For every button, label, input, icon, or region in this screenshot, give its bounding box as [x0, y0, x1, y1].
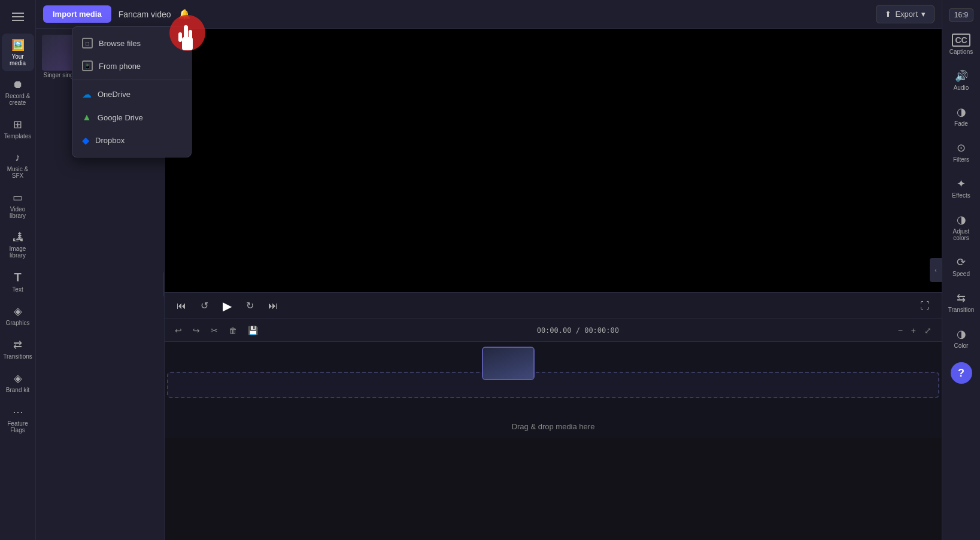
- right-item-audio[interactable]: 🔊 Audio: [944, 63, 979, 97]
- cut-button[interactable]: ✂: [208, 324, 221, 337]
- timeline-time: 00:00.00 / 00:00:00: [537, 326, 619, 335]
- undo-button[interactable]: ↩: [172, 324, 185, 337]
- right-item-transition[interactable]: ⇆ Transition: [944, 286, 979, 319]
- browse-files-label: Browse files: [99, 39, 141, 48]
- from-phone-icon: 📱: [82, 60, 93, 71]
- right-item-speed[interactable]: ⟳ Speed: [944, 250, 979, 283]
- project-title: Fancam video: [119, 10, 171, 19]
- feature-flags-icon: ⋯: [13, 405, 23, 418]
- sidebar-item-image-library[interactable]: 🏞 Image library: [2, 226, 34, 263]
- from-phone-item[interactable]: 📱 From phone: [72, 54, 191, 77]
- redo-button[interactable]: ↪: [190, 324, 203, 337]
- track-placeholder: [167, 372, 939, 398]
- google-drive-item[interactable]: ▲ Google Drive: [72, 106, 191, 129]
- right-item-label: Adjustcolors: [953, 228, 970, 241]
- onedrive-item[interactable]: ☁ OneDrive: [72, 83, 191, 106]
- skip-forward-button[interactable]: ⏭: [266, 298, 280, 314]
- fit-button[interactable]: ⤢: [921, 324, 935, 337]
- sidebar-item-templates[interactable]: ⊞ Templates: [2, 113, 34, 144]
- timeline-toolbar: ↩ ↪ ✂ 🗑 💾 00:00.00 / 00:00:00 − + ⤢: [165, 319, 942, 342]
- right-sidebar: 16:9 CC Captions 🔊 Audio ◑ Fade ⊙ Filter…: [942, 0, 980, 540]
- forward-button[interactable]: ↻: [244, 298, 256, 314]
- timeline-content[interactable]: Drag & drop media here: [165, 342, 942, 438]
- right-item-label: Color: [954, 342, 969, 349]
- captions-icon: CC: [952, 34, 970, 47]
- import-dropdown: □ Browse files 📱 From phone ☁ OneDrive ▲…: [72, 26, 192, 157]
- transition-icon: ⇆: [957, 292, 966, 305]
- right-item-label: Effects: [952, 192, 970, 199]
- right-item-label: Transition: [948, 307, 975, 313]
- onedrive-icon: ☁: [82, 89, 92, 100]
- sidebar-item-music-sfx[interactable]: ♪ Music & SFX: [2, 147, 34, 184]
- effects-icon: ✦: [957, 177, 966, 190]
- right-item-label: Speed: [952, 271, 970, 277]
- video-library-icon: ▭: [13, 191, 23, 204]
- sidebar-item-label: Your media: [4, 53, 32, 66]
- dragged-clip: [482, 347, 535, 380]
- right-item-color[interactable]: ◑ Color: [944, 321, 979, 355]
- left-sidebar: 🖼️ Your media ⏺ Record &create ⊞ Templat…: [0, 0, 36, 540]
- sidebar-item-feature-flags[interactable]: ⋯ Feature Flags: [2, 401, 34, 438]
- export-upload-icon: ⬆: [885, 10, 891, 19]
- audio-icon: 🔊: [955, 69, 968, 83]
- right-item-captions[interactable]: CC Captions: [944, 28, 979, 61]
- help-button[interactable]: ?: [951, 362, 972, 384]
- sidebar-item-text[interactable]: T Text: [2, 266, 34, 298]
- main-area: Import media: [36, 0, 942, 540]
- right-item-label: Filters: [953, 156, 969, 163]
- dragged-clip-inner: [483, 348, 533, 379]
- sidebar-item-label: Templates: [4, 133, 32, 139]
- timeline-area: ↩ ↪ ✂ 🗑 💾 00:00.00 / 00:00:00 − + ⤢: [165, 318, 942, 438]
- right-item-fade[interactable]: ◑ Fade: [944, 99, 979, 133]
- google-drive-icon: ▲: [82, 112, 92, 123]
- sidebar-item-video-library[interactable]: ▭ Video library: [2, 186, 34, 224]
- play-button[interactable]: ▶: [220, 296, 234, 315]
- sidebar-item-your-media[interactable]: 🖼️ Your media: [2, 34, 34, 71]
- filters-icon: ⊙: [957, 141, 966, 154]
- browse-files-item[interactable]: □ Browse files: [72, 32, 191, 54]
- adjust-colors-icon: ◑: [957, 213, 966, 226]
- templates-icon: ⊞: [13, 118, 22, 131]
- zoom-in-button[interactable]: +: [908, 324, 919, 337]
- import-media-button[interactable]: Import media: [43, 5, 111, 23]
- sidebar-item-label: Video library: [4, 206, 32, 219]
- delete-button[interactable]: 🗑: [226, 324, 240, 337]
- from-phone-label: From phone: [99, 62, 141, 71]
- sidebar-item-label: Music & SFX: [4, 166, 32, 179]
- right-collapse-button[interactable]: ‹: [930, 258, 942, 282]
- rewind-button[interactable]: ↺: [198, 298, 211, 314]
- right-item-effects[interactable]: ✦ Effects: [944, 171, 979, 205]
- right-item-adjust-colors[interactable]: ◑ Adjustcolors: [944, 207, 979, 247]
- dropbox-item[interactable]: ◆ Dropbox: [72, 129, 191, 152]
- onedrive-label: OneDrive: [98, 90, 131, 99]
- save-button[interactable]: 💾: [245, 324, 261, 337]
- sidebar-item-label: Image library: [4, 245, 32, 259]
- zoom-out-button[interactable]: −: [895, 324, 906, 337]
- skip-back-button[interactable]: ⏮: [174, 298, 189, 314]
- fade-icon: ◑: [957, 105, 966, 119]
- aspect-ratio-badge: 16:9: [949, 8, 973, 22]
- dropbox-label: Dropbox: [95, 136, 125, 145]
- sidebar-item-label: Brand kit: [6, 387, 29, 393]
- sidebar-item-label: Feature Flags: [4, 420, 32, 433]
- sidebar-item-brand-kit[interactable]: ◈ Brand kit: [2, 367, 34, 398]
- drag-drop-label: Drag & drop media here: [512, 422, 595, 431]
- bell-icon[interactable]: 🔔: [178, 8, 190, 20]
- right-item-label: Captions: [949, 48, 973, 55]
- sidebar-item-record-create[interactable]: ⏺ Record &create: [2, 74, 34, 111]
- hamburger-menu[interactable]: [2, 5, 34, 29]
- record-create-icon: ⏺: [13, 78, 23, 91]
- speed-icon: ⟳: [957, 256, 966, 269]
- sidebar-item-transitions[interactable]: ⇄ Transitions: [2, 333, 34, 365]
- graphics-icon: ◈: [14, 305, 22, 318]
- image-library-icon: 🏞: [13, 231, 23, 244]
- panel-collapse-handle[interactable]: ‹: [163, 272, 165, 296]
- music-icon: ♪: [15, 151, 20, 164]
- sidebar-item-graphics[interactable]: ◈ Graphics: [2, 300, 34, 331]
- brand-kit-icon: ◈: [14, 372, 22, 385]
- sidebar-item-label: Text: [12, 286, 23, 293]
- fullscreen-button[interactable]: ⛶: [918, 298, 932, 314]
- export-button[interactable]: ⬆ Export ▾: [876, 5, 935, 23]
- sidebar-item-label: Record &create: [5, 93, 31, 106]
- right-item-filters[interactable]: ⊙ Filters: [944, 135, 979, 169]
